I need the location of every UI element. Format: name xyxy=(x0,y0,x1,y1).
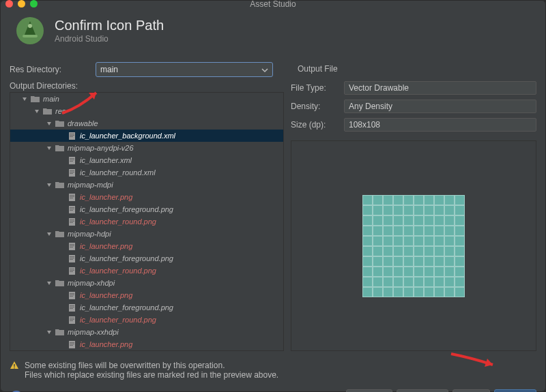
folder-icon xyxy=(43,107,53,115)
file-icon xyxy=(68,242,77,250)
finish-button[interactable]: Finish xyxy=(494,389,536,392)
file-icon xyxy=(68,132,77,140)
tree-node[interactable]: ic_launcher_background.xml xyxy=(10,130,283,142)
density-value: Any Density xyxy=(344,100,536,113)
folder-icon xyxy=(55,119,65,127)
tree-node[interactable]: mipmap-anydpi-v26 xyxy=(10,142,283,154)
tree-node[interactable]: mipmap-xhdpi xyxy=(10,277,283,289)
res-directory-label: Res Directory: xyxy=(10,65,91,74)
tree-node[interactable]: ic_launcher_round.png xyxy=(10,215,283,228)
svg-rect-5 xyxy=(70,135,74,136)
tree-node[interactable]: ic_launcher.png xyxy=(10,338,283,350)
tree-node[interactable]: mipmap-xxhdpi xyxy=(10,326,283,338)
output-directories-tree[interactable]: mainresdrawableic_launcher_background.xm… xyxy=(10,92,284,351)
file-icon xyxy=(68,168,77,177)
tree-node[interactable]: ic_launcher_round.xml xyxy=(10,166,283,179)
tree-node[interactable]: ic_launcher.png xyxy=(10,289,283,301)
expand-toggle-icon[interactable] xyxy=(21,95,28,102)
res-directory-value: main xyxy=(100,65,118,74)
svg-rect-35 xyxy=(69,267,75,275)
tree-node[interactable]: ic_launcher_round.png xyxy=(10,265,283,277)
svg-rect-41 xyxy=(70,295,74,295)
svg-rect-24 xyxy=(70,220,74,220)
file-type-value: Vector Drawable xyxy=(344,81,536,95)
svg-rect-50 xyxy=(70,320,73,321)
svg-rect-15 xyxy=(69,194,75,201)
android-studio-logo-icon xyxy=(15,16,45,46)
svg-rect-51 xyxy=(69,341,75,348)
folder-icon xyxy=(55,181,65,189)
expand-toggle-icon[interactable] xyxy=(46,230,53,237)
titlebar: Asset Studio xyxy=(0,0,546,7)
tree-node-label: ic_launcher_round.png xyxy=(80,217,156,226)
expand-toggle-icon[interactable] xyxy=(46,181,53,188)
cancel-button[interactable]: Cancel xyxy=(346,389,392,392)
tree-node-label: res xyxy=(55,107,66,115)
svg-rect-33 xyxy=(70,258,74,258)
svg-rect-25 xyxy=(70,221,74,222)
svg-rect-7 xyxy=(69,157,75,164)
tree-node[interactable]: drawable xyxy=(10,117,283,130)
file-icon xyxy=(68,316,77,324)
tree-node-label: ic_launcher.png xyxy=(80,340,132,348)
tree-node-label: mipmap-anydpi-v26 xyxy=(68,144,134,152)
tree-node-label: mipmap-xhdpi xyxy=(68,279,115,287)
tree-node-label: ic_launcher_round.xml xyxy=(80,168,156,177)
warning-line-1: Some existing files will be overwritten … xyxy=(25,361,278,370)
tree-node-label: ic_launcher_round.png xyxy=(80,267,156,275)
tree-node[interactable]: main xyxy=(10,93,283,105)
tree-node-label: mipmap-hdpi xyxy=(68,230,111,238)
tree-node[interactable]: ic_launcher.xml xyxy=(10,154,283,166)
expand-toggle-icon[interactable] xyxy=(46,280,53,286)
tree-node-label: mipmap-xxhdpi xyxy=(68,328,119,336)
file-icon xyxy=(68,156,77,164)
svg-rect-32 xyxy=(70,256,74,257)
tree-node-label: mipmap-mdpi xyxy=(68,181,113,189)
svg-rect-40 xyxy=(70,293,74,294)
tree-node[interactable]: ic_launcher.png xyxy=(10,191,283,203)
svg-rect-4 xyxy=(70,134,74,134)
tree-node-label: ic_launcher_foreground.png xyxy=(80,254,173,262)
tree-node[interactable]: ic_launcher_foreground.png xyxy=(10,301,283,314)
tree-node-label: drawable xyxy=(68,119,98,127)
chevron-down-icon xyxy=(261,66,268,73)
density-label: Density: xyxy=(291,102,339,111)
svg-rect-36 xyxy=(70,269,74,269)
svg-rect-46 xyxy=(70,308,73,309)
tree-node-label: ic_launcher.png xyxy=(80,193,132,201)
expand-toggle-icon[interactable] xyxy=(46,329,53,335)
tree-node[interactable]: ic_launcher_foreground.png xyxy=(10,203,283,215)
tree-node[interactable]: mipmap-mdpi xyxy=(10,179,283,191)
svg-rect-11 xyxy=(69,169,75,177)
expand-toggle-icon[interactable] xyxy=(33,108,40,115)
tree-node[interactable]: ic_launcher_round.png xyxy=(10,314,283,326)
expand-toggle-icon[interactable] xyxy=(46,120,53,127)
svg-rect-28 xyxy=(70,244,74,245)
tree-node[interactable]: mipmap-hdpi xyxy=(10,228,283,240)
folder-icon xyxy=(55,328,65,336)
preview-panel xyxy=(291,140,536,351)
svg-rect-48 xyxy=(70,318,74,318)
tree-node[interactable]: ic_launcher.png xyxy=(10,240,283,252)
svg-rect-17 xyxy=(70,196,74,197)
dialog-header: Confirm Icon Path Android Studio xyxy=(0,7,546,55)
svg-rect-22 xyxy=(70,210,73,211)
tree-node[interactable]: ic_launcher_foreground.png xyxy=(10,252,283,265)
svg-rect-10 xyxy=(70,161,73,162)
svg-rect-43 xyxy=(69,304,75,312)
output-file-label: Output File xyxy=(298,64,338,75)
file-icon xyxy=(68,193,77,201)
tree-node[interactable]: res xyxy=(10,105,283,117)
expand-toggle-icon[interactable] xyxy=(46,145,53,151)
svg-rect-26 xyxy=(70,222,73,223)
warning-line-2: Files which replace existing files are m… xyxy=(25,370,278,380)
folder-icon xyxy=(55,144,65,152)
svg-rect-54 xyxy=(70,345,73,346)
svg-rect-45 xyxy=(70,307,74,307)
folder-icon xyxy=(55,279,65,287)
svg-rect-14 xyxy=(70,173,73,174)
svg-rect-2 xyxy=(23,35,38,37)
svg-rect-13 xyxy=(70,172,74,172)
res-directory-combo[interactable]: main xyxy=(96,62,273,77)
previous-button[interactable]: Previous xyxy=(397,389,449,392)
